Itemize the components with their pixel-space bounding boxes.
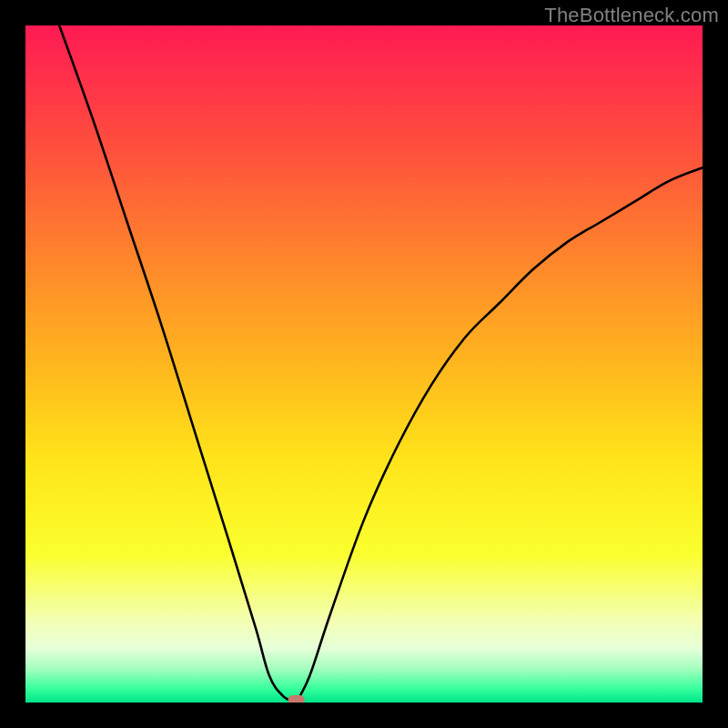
plot-area — [25, 25, 703, 703]
curve-right — [297, 167, 703, 703]
plot-svg — [25, 25, 703, 703]
curve-left — [59, 25, 296, 703]
watermark-text: TheBottleneck.com — [544, 4, 719, 27]
minimum-marker — [288, 695, 305, 703]
chart-frame: TheBottleneck.com — [0, 0, 728, 728]
